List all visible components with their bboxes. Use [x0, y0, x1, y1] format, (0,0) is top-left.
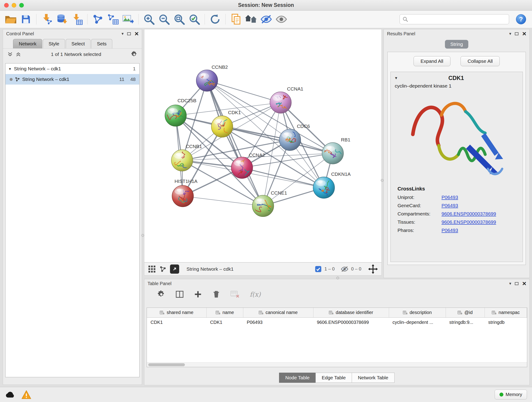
new-network-button[interactable] [91, 12, 105, 26]
column-header-shared-name[interactable]: shared name [147, 308, 206, 317]
refresh-button[interactable] [208, 12, 222, 26]
splitter-handle[interactable] [381, 179, 384, 182]
string-network-graph[interactable]: CCNB2CCNA1CDC25BCDK1CDC6RB1CCNB1CCNA2CDK… [144, 29, 381, 262]
zoom-fit-button[interactable] [172, 12, 186, 26]
network-edge[interactable] [242, 168, 324, 188]
tab-style[interactable]: Style [43, 39, 65, 48]
splitter-handle[interactable] [141, 234, 144, 237]
tab-edge-table[interactable]: Edge Table [316, 373, 352, 383]
panel-float-icon[interactable] [515, 282, 519, 285]
collapse-all-icon[interactable] [7, 51, 13, 57]
import-network-from-file-button[interactable] [40, 12, 54, 26]
pan-crosshair-icon[interactable] [368, 264, 378, 274]
help-button[interactable]: ? [516, 14, 526, 24]
tree-caret-icon[interactable]: ▼ [8, 67, 12, 71]
import-table-from-file-button[interactable] [70, 12, 84, 26]
memory-button[interactable]: Memory [495, 390, 527, 400]
panel-close-icon[interactable]: × [134, 32, 139, 36]
cell-canonical-name[interactable]: P06493 [243, 317, 313, 327]
open-session-button[interactable] [4, 12, 18, 26]
network-node-rb1[interactable]: RB1 [322, 137, 350, 164]
crosslink-pharos-link[interactable]: P06493 [442, 228, 458, 233]
tab-node-table[interactable]: Node Table [279, 373, 316, 383]
column-header-name[interactable]: name [206, 308, 243, 317]
column-header-canonical-name[interactable]: canonical name [243, 308, 313, 317]
column-icon [160, 310, 165, 315]
tab-network-table[interactable]: Network Table [352, 373, 394, 383]
column-header-description[interactable]: description [389, 308, 446, 317]
save-session-button[interactable] [19, 12, 33, 26]
panel-collapse-icon[interactable]: ▾ [509, 32, 511, 36]
network-collection-row[interactable]: ▼ String Network – cdk1 1 [6, 64, 139, 74]
column-header-database-identifier[interactable]: database identifier [313, 308, 389, 317]
crosslink-uniprot-link[interactable]: P06493 [442, 195, 458, 200]
network-node-hist1h1a[interactable]: HIST1H1A [172, 179, 197, 207]
network-view-icon[interactable] [159, 266, 166, 273]
splitter-handle[interactable] [336, 277, 339, 279]
network-node-cdc25b[interactable]: CDC25B [165, 98, 196, 126]
tab-select[interactable]: Select [66, 39, 90, 48]
network-options-gear-icon[interactable] [131, 51, 138, 58]
delete-trash-icon[interactable] [212, 290, 220, 298]
cell-id[interactable]: stringdb:9... [446, 317, 485, 327]
cell-shared-name[interactable]: CDK1 [147, 317, 206, 327]
network-edge[interactable] [183, 196, 263, 206]
zoom-in-button[interactable] [142, 12, 156, 26]
new-network-from-table-button[interactable] [106, 12, 120, 26]
zoom-out-button[interactable] [157, 12, 171, 26]
tab-network[interactable]: Network [13, 39, 42, 48]
tab-sets[interactable]: Sets [91, 39, 112, 48]
selected-checkbox-icon[interactable] [315, 266, 322, 273]
panel-float-icon[interactable] [515, 32, 519, 35]
network-node-ccnb2[interactable]: CCNB2 [196, 64, 228, 91]
import-network-from-database-button[interactable] [55, 12, 69, 26]
panel-close-icon[interactable]: × [522, 32, 526, 36]
crosslink-compartments-link[interactable]: 9606.ENSP00000378699 [442, 211, 496, 217]
export-image-icon [122, 13, 134, 25]
zoom-selected-button[interactable] [187, 12, 201, 26]
expand-all-icon[interactable] [15, 51, 21, 57]
panel-collapse-icon[interactable]: ▾ [121, 32, 123, 36]
show-panel-button[interactable] [274, 12, 288, 26]
network-node-cdkn1a[interactable]: CDKN1A [313, 172, 351, 198]
column-header-id[interactable]: @id [446, 308, 485, 317]
show-columns-icon[interactable] [176, 290, 184, 298]
network-node-ccnb1[interactable]: CCNB1 [171, 144, 202, 173]
hidden-eye-slash-icon[interactable] [341, 266, 348, 273]
cell-namespace[interactable]: stringdb [485, 317, 527, 327]
table-settings-gear-icon[interactable] [157, 290, 165, 298]
hide-unhide-button[interactable] [259, 12, 273, 26]
cell-database-identifier[interactable]: 9606.ENSP00000378699 [313, 317, 389, 327]
grid-view-icon[interactable] [148, 265, 156, 273]
protein-collapse-caret-icon[interactable]: ▼ [394, 76, 398, 80]
network-row-selected[interactable]: String Network – cdk1 11 48 [6, 74, 139, 85]
duplicate-document-button[interactable] [229, 12, 243, 26]
warning-icon[interactable] [22, 390, 31, 399]
network-edge[interactable] [207, 81, 263, 206]
crosslink-tissues-link[interactable]: 9606.ENSP00000378699 [442, 219, 496, 225]
network-edge[interactable] [207, 81, 280, 103]
panel-close-icon[interactable]: × [522, 281, 526, 286]
cloud-icon[interactable] [5, 391, 16, 398]
network-node-ccna1[interactable]: CCNA1 [270, 86, 303, 113]
scrollbar-thumb[interactable] [148, 363, 185, 366]
add-column-plus-icon[interactable] [194, 290, 202, 298]
cell-description[interactable]: cyclin–dependent ... [389, 317, 446, 327]
panel-collapse-icon[interactable]: ▾ [509, 281, 511, 286]
table-row[interactable]: CDK1 CDK1 P06493 9606.ENSP00000378699 cy… [147, 317, 527, 327]
network-canvas[interactable]: CCNB2CCNA1CDC25BCDK1CDC6RB1CCNB1CCNA2CDK… [144, 29, 382, 262]
column-header-namespace[interactable]: namespac [485, 308, 527, 317]
export-image-button[interactable] [121, 12, 135, 26]
detach-view-button[interactable] [170, 264, 179, 274]
panel-float-icon[interactable] [127, 32, 131, 35]
network-node-cdk1[interactable]: CDK1 [211, 110, 241, 137]
protein-description: cyclin–dependent kinase 1 [391, 83, 523, 90]
collapse-all-button[interactable]: Collapse All [461, 56, 500, 66]
cell-name[interactable]: CDK1 [206, 317, 243, 327]
crosslink-genecard-link[interactable]: P06493 [442, 203, 458, 208]
horizontal-scrollbar[interactable] [147, 362, 527, 367]
home-button[interactable] [244, 12, 258, 26]
expand-all-button[interactable]: Expand All [413, 56, 450, 66]
results-tab-string[interactable]: String [445, 40, 469, 49]
search-input[interactable] [399, 14, 509, 24]
